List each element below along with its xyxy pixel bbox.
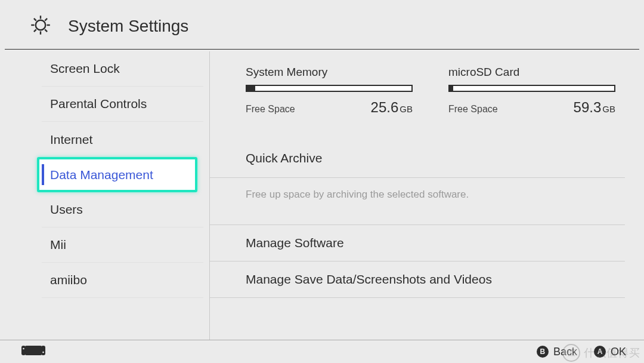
- svg-rect-10: [21, 346, 26, 355]
- svg-point-12: [23, 348, 24, 350]
- quick-archive-desc: Free up space by archiving the selected …: [210, 178, 625, 224]
- svg-line-8: [45, 19, 47, 21]
- sidebar: Screen Lock Parental Controls Internet D…: [0, 51, 210, 340]
- manage-save-row[interactable]: Manage Save Data/Screenshots and Videos: [210, 262, 625, 298]
- sidebar-item-internet[interactable]: Internet: [42, 122, 203, 157]
- header-divider: [5, 49, 639, 50]
- detail-pane: System Memory Free Space 25.6GB microSD …: [210, 51, 644, 340]
- sidebar-item-users[interactable]: Users: [42, 192, 203, 227]
- sidebar-item-amiibo[interactable]: amiibo: [42, 263, 203, 298]
- sidebar-item-label: amiibo: [50, 273, 87, 287]
- svg-line-5: [34, 19, 36, 21]
- sidebar-item-parental-controls[interactable]: Parental Controls: [42, 87, 203, 122]
- manage-software-label: Manage Software: [246, 236, 344, 250]
- svg-line-7: [34, 29, 36, 32]
- page-title: System Settings: [68, 17, 188, 36]
- svg-rect-11: [41, 346, 45, 355]
- storage-sd: microSD Card Free Space 59.3GB: [448, 66, 615, 116]
- storage-system-fill: [247, 86, 255, 91]
- storage-system-free-label: Free Space: [246, 104, 295, 115]
- body: Screen Lock Parental Controls Internet D…: [0, 51, 644, 340]
- sidebar-item-mii[interactable]: Mii: [42, 227, 203, 263]
- quick-archive-row[interactable]: Quick Archive: [210, 139, 625, 178]
- b-button-icon: B: [537, 346, 549, 358]
- sidebar-item-data-management[interactable]: Data Management: [37, 157, 197, 192]
- sidebar-item-label: Data Management: [50, 168, 153, 182]
- storage-system-free-value: 25.6GB: [371, 99, 413, 116]
- manage-software-row[interactable]: Manage Software: [210, 224, 625, 262]
- quick-archive-label: Quick Archive: [246, 151, 322, 165]
- footer-a-hint[interactable]: A OK: [594, 346, 626, 358]
- a-button-label: OK: [611, 346, 626, 358]
- b-button-label: Back: [553, 346, 577, 358]
- sidebar-item-label: Users: [50, 202, 83, 217]
- storage-sd-free-label: Free Space: [448, 104, 498, 115]
- manage-save-label: Manage Save Data/Screenshots and Videos: [246, 272, 492, 286]
- svg-point-13: [42, 352, 44, 353]
- sidebar-item-label: Mii: [50, 238, 66, 252]
- svg-rect-9: [25, 346, 42, 355]
- sidebar-item-label: Parental Controls: [50, 97, 147, 111]
- a-button-icon: A: [594, 346, 606, 358]
- footer: B Back A OK: [0, 340, 644, 363]
- controller-icon: [21, 344, 45, 359]
- header: System Settings: [0, 0, 644, 49]
- sidebar-item-screen-lock[interactable]: Screen Lock: [42, 51, 203, 87]
- footer-b-hint[interactable]: B Back: [537, 346, 577, 358]
- storage-sd-free-value: 59.3GB: [574, 99, 615, 116]
- storage-system-title: System Memory: [246, 66, 413, 79]
- storage-sd-fill: [450, 86, 453, 91]
- sidebar-item-label: Screen Lock: [50, 61, 120, 76]
- storage-system: System Memory Free Space 25.6GB: [246, 66, 413, 116]
- svg-line-6: [45, 29, 47, 32]
- sidebar-item-label: Internet: [50, 133, 92, 147]
- storage-system-bar: [246, 85, 413, 92]
- svg-point-0: [36, 20, 46, 30]
- gear-icon: [30, 14, 51, 38]
- storage-sd-title: microSD Card: [448, 66, 615, 79]
- storage-sd-bar: [448, 85, 615, 92]
- storage-section: System Memory Free Space 25.6GB microSD …: [210, 66, 625, 133]
